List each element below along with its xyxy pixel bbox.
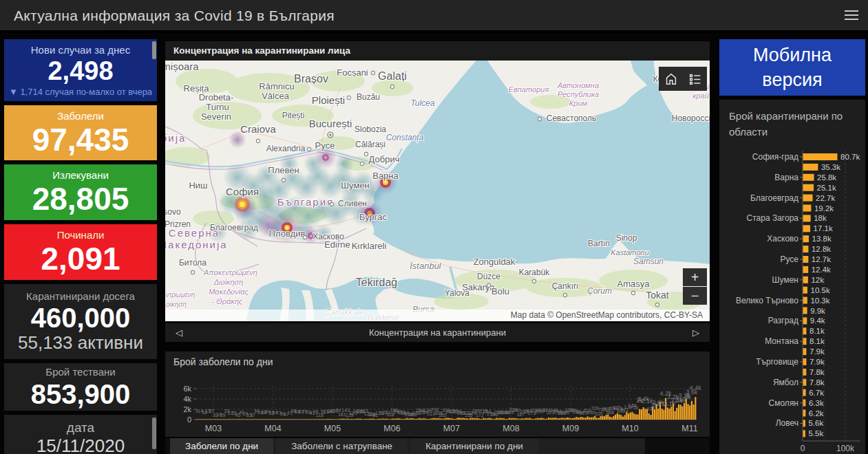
region-bar[interactable] [803,287,808,294]
region-bar[interactable] [803,348,807,355]
map-label: Αποκεντρωμένη [203,268,257,277]
map-label: България [277,196,334,208]
hotspot-marker [322,154,329,161]
map-label: Çorum [587,286,612,296]
menu-icon[interactable] [845,10,858,21]
tab-daily-cases[interactable]: Заболели по дни [170,438,273,454]
stat-card-title: Починали [57,228,105,242]
legend-list-icon [688,72,703,87]
region-value: 25.8k [817,173,836,182]
stat-card-quarantined[interactable]: Карантинирани досега460,00055,133 активн… [4,284,157,359]
region-bar[interactable] [803,153,838,160]
map-label: Автономна [557,81,599,89]
scrollbar-thumb[interactable] [152,418,156,449]
stat-card-date[interactable]: дата15/11/2020 [4,415,157,454]
region-bar[interactable] [803,195,813,202]
region-bar[interactable] [803,215,811,221]
map-label: Добрич [369,154,400,164]
tab-cumulative-cases[interactable]: Заболели с натрупване [276,438,407,454]
region-bar[interactable] [803,225,811,232]
stat-card-infected[interactable]: Заболели97,435 [4,105,157,160]
carousel-page-label: Концентрация на карантинирани [193,327,682,338]
map-legend-button[interactable] [683,67,707,91]
region-bar[interactable] [803,369,807,376]
region-value: 10.3k [810,296,829,305]
map-label: Drobeta- [199,92,234,102]
region-bar[interactable] [803,307,807,314]
stat-card-title: Брой тествани [45,365,115,379]
region-bar[interactable] [803,400,806,407]
map-label: Республика [558,90,599,98]
map-canvas[interactable]: mișoaraReșițaDrobeta-TurnuSeverinRâmnicu… [165,61,710,321]
map-label: Bartın [588,239,610,248]
region-value: 12.7k [812,255,831,263]
map-home-button[interactable] [659,67,683,91]
region-bar[interactable] [803,277,808,283]
map-zoom-in-button[interactable]: + [683,268,707,286]
stat-card-value: 853,900 [31,380,131,409]
visual-tabs-strip: Заболели по дниЗаболели с натрупванеКара… [165,438,710,454]
region-bar[interactable] [803,358,807,365]
map-label: Ploiești [312,94,345,106]
region-label: Търговище [756,357,798,367]
region-bar[interactable] [803,410,806,417]
map-label: Крим [569,99,588,107]
region-chart[interactable]: София-град80.7k35.3kВарна25.8k25.1kБлаго… [719,142,865,454]
region-value: 80.7k [840,153,860,161]
stat-card-value: 28,805 [32,182,129,215]
stat-card-new-cases[interactable]: Нови случаи за днес2,498▼ 1,714 случая п… [4,39,157,101]
region-value: 10.5k [811,286,830,294]
region-bar[interactable] [803,297,807,304]
tab-daily-quarantined[interactable]: Карантинирани по дни [410,438,538,454]
region-value: 8.1k [809,327,825,335]
region-bar[interactable] [803,389,806,396]
region-bar[interactable] [803,266,809,273]
daily-chart-title: Брой заболели по дни [173,356,273,367]
region-label: Шумен [772,275,798,285]
region-bar[interactable] [803,235,809,242]
scrollbar-thumb[interactable] [152,41,156,59]
daily-bar-labels: 9141815273116293357354540293337303368543… [195,385,701,418]
region-bar[interactable] [803,430,805,437]
stat-card-recovered[interactable]: Излекувани28,805 [4,164,157,220]
region-value: 18k [814,214,827,222]
stat-card-title: Заболели [57,109,104,123]
map-zoom-out-button[interactable]: − [683,287,707,305]
region-bar[interactable] [803,317,807,324]
x-axis-tick: M04 [264,424,281,433]
stat-card-tested[interactable]: Брой тествани853,900 [4,363,157,411]
region-label: Разград [768,316,798,325]
region-bar[interactable] [803,379,807,386]
carousel-next-button[interactable]: ▷ [682,327,710,338]
region-x-tick: 0 [801,444,805,453]
region-label: Стара Загора [747,213,799,223]
stat-card-title: дата [67,419,94,437]
map-label: Kırklareli [352,241,387,251]
map-label: Bolu [491,286,509,296]
map-label: Битола [179,258,207,268]
stat-card-value: 460,000 [31,303,131,332]
stat-card-deceased[interactable]: Починали2,091 [4,224,157,280]
map-label: Tulcea [410,98,434,108]
region-bar[interactable] [803,184,814,191]
region-bar[interactable] [803,327,807,334]
y-axis-tick: 6k [183,385,191,393]
region-bar[interactable] [803,246,809,252]
region-bar[interactable] [803,174,814,181]
mobile-version-button[interactable]: Мобилна версия [719,39,865,96]
map-label: Craiova [240,123,276,135]
region-bar[interactable] [803,256,809,263]
daily-cases-chart[interactable]: 02k4k6kM03M04M05M06M07M08M09M10M11914181… [165,379,710,437]
region-value: 7.9k [809,347,825,356]
region-bar[interactable] [803,164,818,171]
map-label: Edirne [324,239,350,250]
carousel-prev-button[interactable]: ◁ [165,327,193,338]
region-bar[interactable] [803,338,807,345]
map-label: бија [165,132,186,144]
region-bar[interactable] [803,420,805,426]
region-value: 9.4k [810,316,825,325]
region-chart-title: Брой карантинирани по области [719,100,865,140]
stat-card-value: 97,435 [32,123,129,156]
stat-card-title: Карантинирани досега [26,290,135,303]
region-bar[interactable] [803,205,812,212]
